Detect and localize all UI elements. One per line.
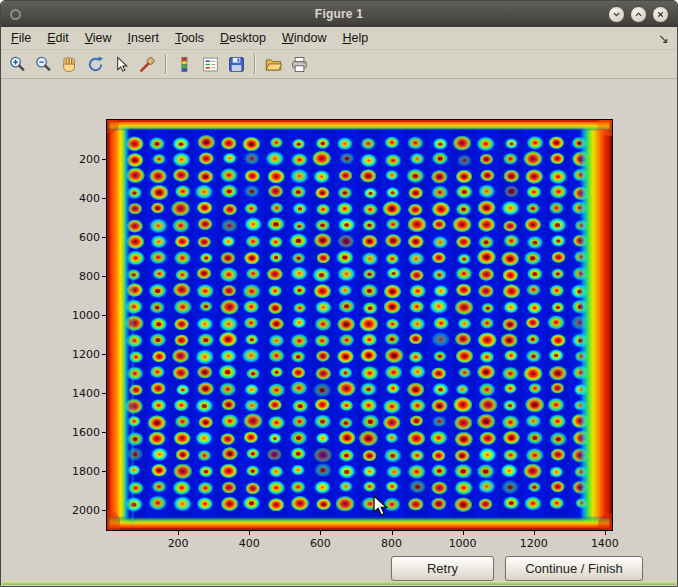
y-tick-mark [102, 471, 106, 472]
y-tick-label: 1600 [58, 426, 100, 439]
continue-finish-button[interactable]: Continue / Finish [505, 556, 643, 581]
menu-file[interactable]: File [3, 28, 39, 48]
data-cursor-icon [112, 55, 131, 74]
y-tick-label: 1400 [58, 387, 100, 400]
y-tick-mark [102, 393, 106, 394]
shade-button[interactable] [608, 6, 625, 23]
x-tick-label: 800 [370, 537, 414, 550]
menu-desktop[interactable]: Desktop [212, 28, 274, 48]
x-tick-label: 1400 [583, 537, 627, 550]
y-tick-label: 1200 [58, 348, 100, 361]
y-tick-mark [102, 354, 106, 355]
save-figure-button[interactable] [224, 52, 249, 77]
toolbar-separator [165, 54, 167, 74]
y-tick-label: 2000 [58, 504, 100, 517]
figure-window: Figure 1 FileEditViewInsertToolsDesktopW… [0, 0, 678, 587]
window-title: Figure 1 [1, 7, 677, 21]
x-tick-label: 1000 [441, 537, 485, 550]
menu-window[interactable]: Window [274, 28, 334, 48]
chevron-down-icon [611, 9, 622, 20]
y-tick-label: 200 [58, 153, 100, 166]
y-tick-mark [102, 510, 106, 511]
menu-edit[interactable]: Edit [39, 28, 77, 48]
y-tick-label: 800 [58, 270, 100, 283]
x-tick-label: 400 [227, 537, 271, 550]
y-tick-mark [102, 198, 106, 199]
save-figure-icon [227, 55, 246, 74]
window-menu-icon[interactable] [10, 9, 21, 20]
bottom-edge-strip [2, 581, 676, 585]
menu-view[interactable]: View [77, 28, 120, 48]
rotate-3d-icon [86, 55, 105, 74]
x-tick-mark [463, 531, 464, 535]
open-file-icon [264, 55, 283, 74]
brush-icon [138, 55, 157, 74]
y-tick-mark [102, 432, 106, 433]
maximize-button[interactable] [630, 6, 647, 23]
y-tick-mark [102, 159, 106, 160]
x-tick-mark [534, 531, 535, 535]
menu-help[interactable]: Help [334, 28, 376, 48]
pan-button[interactable] [57, 52, 82, 77]
insert-legend-icon [201, 55, 220, 74]
menubar-items: FileEditViewInsertToolsDesktopWindowHelp [3, 27, 376, 49]
data-cursor-button[interactable] [109, 52, 134, 77]
x-tick-mark [320, 531, 321, 535]
zoom-out-icon [34, 55, 53, 74]
window-controls [608, 6, 669, 23]
chevron-up-icon [633, 9, 644, 20]
close-icon [655, 9, 666, 20]
x-tick-label: 200 [156, 537, 200, 550]
x-tick-mark [392, 531, 393, 535]
menu-tools[interactable]: Tools [167, 28, 212, 48]
insert-legend-button[interactable] [198, 52, 223, 77]
open-file-button[interactable] [261, 52, 286, 77]
figure-axes[interactable] [106, 119, 613, 531]
y-tick-label: 1800 [58, 465, 100, 478]
retry-button[interactable]: Retry [391, 556, 494, 581]
menu-insert[interactable]: Insert [120, 28, 167, 48]
microarray-image[interactable] [107, 120, 612, 530]
x-tick-mark [605, 531, 606, 535]
toolbar-separator [254, 54, 256, 74]
y-tick-mark [102, 315, 106, 316]
figure-toolbar [1, 50, 677, 79]
x-tick-mark [178, 531, 179, 535]
figure-canvas-area: 2004006008001000120014001600180020002004… [2, 81, 676, 585]
print-figure-button[interactable] [287, 52, 312, 77]
y-tick-mark [102, 276, 106, 277]
insert-colorbar-icon [175, 55, 194, 74]
zoom-out-button[interactable] [31, 52, 56, 77]
menubar: FileEditViewInsertToolsDesktopWindowHelp… [1, 27, 677, 50]
insert-colorbar-button[interactable] [172, 52, 197, 77]
close-button[interactable] [652, 6, 669, 23]
x-tick-mark [249, 531, 250, 535]
x-tick-label: 1200 [512, 537, 556, 550]
y-tick-mark [102, 237, 106, 238]
x-tick-label: 600 [298, 537, 342, 550]
zoom-in-button[interactable] [5, 52, 30, 77]
brush-button[interactable] [135, 52, 160, 77]
y-tick-label: 400 [58, 192, 100, 205]
rotate-3d-button[interactable] [83, 52, 108, 77]
y-tick-label: 600 [58, 231, 100, 244]
dock-figure-icon[interactable]: ↘ [658, 32, 669, 45]
pan-icon [60, 55, 79, 74]
y-tick-label: 1000 [58, 309, 100, 322]
print-figure-icon [290, 55, 309, 74]
titlebar[interactable]: Figure 1 [1, 1, 677, 27]
zoom-in-icon [8, 55, 27, 74]
